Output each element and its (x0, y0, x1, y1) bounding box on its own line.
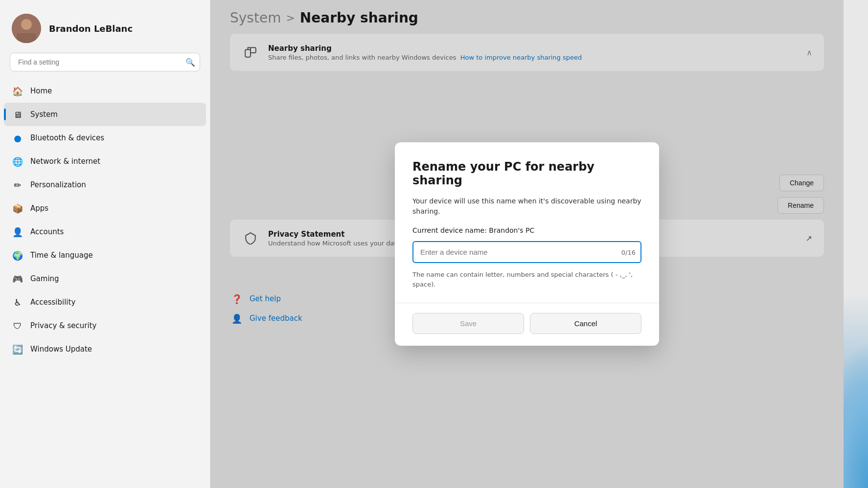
sidebar-item-label: Personalization (30, 180, 86, 189)
modal-title: Rename your PC for nearby sharing (412, 160, 641, 187)
sidebar-item-label: Home (30, 87, 52, 95)
sidebar-item-label: Time & language (30, 251, 93, 260)
modal-input-wrap: 0/16 (412, 241, 641, 263)
sidebar-item-label: Bluetooth & devices (30, 133, 104, 142)
rename-modal: Rename your PC for nearby sharing Your d… (395, 142, 659, 346)
search-box: 🔍 (10, 53, 200, 71)
sidebar-item-apps[interactable]: 📦 Apps (4, 197, 206, 220)
modal-overlay: Rename your PC for nearby sharing Your d… (210, 0, 844, 488)
modal-device-name: Current device name: Brandon's PC (412, 226, 641, 234)
char-count: 0/16 (621, 248, 636, 256)
svg-point-1 (21, 19, 32, 30)
sidebar-item-label: Accessibility (30, 298, 75, 307)
sidebar-item-label: Windows Update (30, 345, 92, 354)
sidebar-item-personalization[interactable]: ✏️ Personalization (4, 173, 206, 197)
save-button[interactable]: Save (412, 313, 524, 334)
system-icon: 🖥 (12, 109, 23, 120)
sidebar-item-system[interactable]: 🖥 System (4, 103, 206, 126)
gaming-icon: 🎮 (12, 273, 23, 285)
accounts-icon: 👤 (12, 226, 23, 238)
sidebar-item-windows-update[interactable]: 🔄 Windows Update (4, 337, 206, 361)
network-icon: 🌐 (12, 155, 23, 167)
main-content: System > Nearby sharing Nearby sharing S… (210, 0, 844, 488)
modal-footer: Save Cancel (395, 303, 659, 346)
accessibility-icon: ♿ (12, 296, 23, 308)
time-icon: 🌍 (12, 249, 23, 261)
avatar (12, 14, 41, 43)
sidebar-item-label: Gaming (30, 274, 59, 283)
windows-update-icon: 🔄 (12, 343, 23, 355)
sidebar-item-label: Apps (30, 204, 48, 213)
svg-rect-3 (17, 33, 36, 43)
device-name-input[interactable] (412, 241, 641, 263)
sidebar-item-gaming[interactable]: 🎮 Gaming (4, 267, 206, 290)
sidebar-item-network[interactable]: 🌐 Network & internet (4, 150, 206, 173)
right-bar-accent (844, 341, 868, 488)
search-input[interactable] (10, 53, 200, 71)
bluetooth-icon: ● (12, 132, 23, 144)
privacy-icon: 🛡 (12, 320, 23, 332)
user-name: Brandon LeBlanc (49, 23, 133, 34)
modal-description: Your device will use this name when it's… (412, 196, 641, 217)
sidebar-item-label: Privacy & security (30, 321, 96, 330)
modal-hint: The name can contain letter, numbers and… (412, 270, 641, 289)
sidebar-item-accounts[interactable]: 👤 Accounts (4, 220, 206, 244)
home-icon: 🏠 (12, 85, 23, 97)
cancel-button[interactable]: Cancel (530, 313, 641, 334)
right-bar (844, 0, 868, 488)
sidebar-item-label: Network & internet (30, 157, 100, 166)
apps-icon: 📦 (12, 202, 23, 214)
sidebar-item-label: Accounts (30, 227, 64, 236)
sidebar: Brandon LeBlanc 🔍 🏠 Home 🖥 System ● Blue… (0, 0, 210, 488)
sidebar-item-privacy[interactable]: 🛡 Privacy & security (4, 314, 206, 337)
modal-body: Rename your PC for nearby sharing Your d… (395, 142, 659, 289)
search-icon-button[interactable]: 🔍 (185, 58, 195, 67)
sidebar-item-accessibility[interactable]: ♿ Accessibility (4, 290, 206, 314)
user-section: Brandon LeBlanc (0, 0, 210, 53)
sidebar-item-time[interactable]: 🌍 Time & language (4, 244, 206, 267)
nav-list: 🏠 Home 🖥 System ● Bluetooth & devices 🌐 … (0, 79, 210, 488)
sidebar-item-home[interactable]: 🏠 Home (4, 79, 206, 103)
sidebar-item-bluetooth[interactable]: ● Bluetooth & devices (4, 126, 206, 150)
sidebar-item-label: System (30, 110, 58, 119)
personalization-icon: ✏️ (12, 179, 23, 191)
